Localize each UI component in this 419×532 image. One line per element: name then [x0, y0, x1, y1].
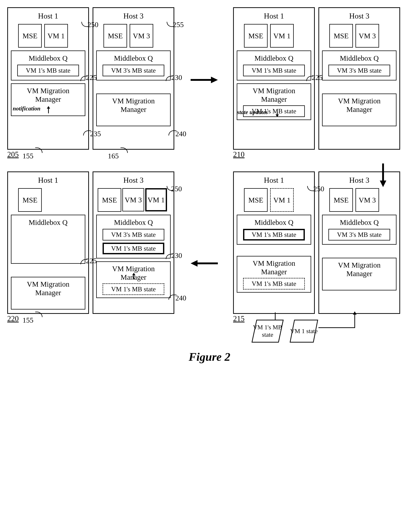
migration-h3-s220: VM Migration Manager VM 1's MB state	[96, 261, 171, 298]
leader-230-b	[166, 254, 173, 259]
host3-top-row-210: MSE VM 3	[329, 24, 396, 48]
middleboxQ-h3-s205: Middlebox Q VM 3's MB state 230	[96, 51, 171, 80]
vm3-mbstate-215: VM 3's MB state	[328, 229, 390, 240]
host3-s205: Host 3 MSE VM 3 255 Middlebox Q VM 3's M…	[92, 7, 174, 150]
mig-vm1-mbstate-210: VM 1's MB state	[243, 105, 305, 117]
host3-s210: Host 3 MSE VM 3 Middlebox Q VM 3's MB st…	[318, 7, 400, 150]
leader-165	[120, 147, 128, 153]
host1-s215: Host 1 MSE VM 1 250 Middlebox Q VM 1's M…	[233, 172, 315, 314]
migration-h1-s205: VM Migration Manager	[11, 83, 85, 116]
stage-label-210: 210	[233, 150, 245, 159]
host3-s220: Host 3 MSE VM 3 VM 1 250 Middlebox Q VM …	[92, 172, 174, 314]
middleboxQ-title-h3: Middlebox Q	[114, 54, 153, 63]
migration-title-h3-220: VM Migration Manager	[99, 265, 168, 281]
mse-box-210: MSE	[244, 24, 268, 48]
ref-240-b: 240	[175, 294, 186, 302]
vm1-box-215: VM 1	[270, 188, 294, 212]
leader-225-c	[80, 259, 88, 264]
stage-210: 210 Host 1 MSE VM 1 Middlebox Q VM 1's M…	[233, 7, 412, 150]
leader-225-a	[80, 76, 88, 81]
mse-box-220: MSE	[18, 188, 42, 212]
vm1-mbstate: VM 1's MB state	[17, 65, 79, 76]
stage-205: 205 Host 1 MSE VM 1 250 Middlebox Q VM 1…	[7, 7, 186, 150]
mig-vm1-mbstate-220: VM 1's MB state	[103, 283, 164, 295]
migration-title-210: VM Migration Manager	[239, 86, 309, 104]
leader-255	[167, 22, 174, 27]
leader-250-b	[167, 186, 173, 191]
vm1-box: VM 1	[44, 24, 68, 48]
middleboxQ-h1-s220: Middlebox Q 225	[11, 215, 85, 264]
leader-230-a	[166, 76, 173, 81]
host3-top-row-215: MSE VM 3	[329, 188, 396, 212]
middleboxQ-h3-s220: Middlebox Q VM 3's MB state VM 1's MB st…	[96, 215, 171, 258]
parallel-vm1state: VM 1 state	[289, 319, 318, 343]
vm3-box-215: VM 3	[355, 188, 379, 212]
svg-marker-15	[191, 260, 197, 267]
vm3-mbstate: VM 3's MB state	[103, 65, 164, 76]
host3-top-row: MSE VM 3 255	[104, 24, 171, 48]
ref-240-a: 240	[175, 130, 186, 138]
vm1-mbstate-210: VM 1's MB state	[243, 65, 305, 76]
leader-225-b	[306, 76, 314, 81]
arrow-205-to-210	[191, 74, 218, 85]
transfer-right-arrow	[318, 311, 369, 332]
vm3-box: VM 3	[130, 24, 153, 48]
leader-250-c	[307, 186, 314, 191]
host1-title-210: Host 1	[237, 12, 311, 20]
mse-box-h3-210: MSE	[329, 24, 353, 48]
stage-label-205: 205	[7, 150, 19, 159]
middleboxQ-h1-s215: Middlebox Q VM 1's MB state	[237, 215, 311, 245]
host1-top-row-215: MSE VM 1 250	[244, 188, 311, 212]
figure-title: Figure 2	[7, 350, 412, 364]
vm3-mbstate-220: VM 3's MB state	[103, 229, 164, 240]
parallel-mbstate-text: VM 1's MB state	[251, 324, 284, 339]
middleboxQ-title-h3-210: Middlebox Q	[340, 54, 379, 63]
leader-155-b	[35, 312, 42, 317]
middleboxQ-title-h3-220: Middlebox Q	[114, 218, 153, 227]
transfer-down-line	[275, 312, 275, 320]
host3-title-220: Host 3	[96, 176, 171, 185]
vm1-box-220: VM 1	[145, 188, 167, 212]
migration-h1-s210: VM Migration Manager VM 1's MB state	[237, 83, 311, 120]
mse-box-215: MSE	[244, 188, 268, 212]
host1-title: Host 1	[11, 12, 85, 20]
mse-box-h3-215: MSE	[329, 188, 353, 212]
vm3-box-220: VM 3	[122, 188, 144, 212]
host1-s205: Host 1 MSE VM 1 250 Middlebox Q VM 1's M…	[7, 7, 89, 150]
middleboxQ-h3-s210: Middlebox Q VM 3's MB state	[322, 51, 396, 80]
mse-box-h3-220: MSE	[98, 188, 121, 212]
migration-title: VM Migration Manager	[13, 86, 83, 104]
stage-grid: 205 Host 1 MSE VM 1 250 Middlebox Q VM 1…	[7, 7, 412, 314]
middleboxQ-title-220: Middlebox Q	[29, 218, 67, 227]
host1-s220: Host 1 MSE Middlebox Q 225 VM Migration …	[7, 172, 89, 314]
figure-root: 205 Host 1 MSE VM 1 250 Middlebox Q VM 1…	[7, 7, 412, 364]
svg-marker-9	[353, 311, 356, 315]
host1-title-215: Host 1	[237, 176, 311, 185]
stage-215: 215 Host 1 MSE VM 1 250 Middlebox Q VM 1…	[233, 172, 412, 314]
host3-top-row-220: MSE VM 3 VM 1 250	[98, 188, 171, 212]
middleboxQ-title-210: Middlebox Q	[255, 54, 293, 63]
stage-label-220: 220	[7, 314, 19, 323]
leader-240-a	[169, 130, 176, 135]
vm1-mbstate-215: VM 1's MB state	[243, 229, 305, 240]
vm1-mbstate-220: VM 1's MB state	[103, 243, 164, 254]
vm1-box-210: VM 1	[270, 24, 294, 48]
arrow-210-to-215	[378, 163, 389, 187]
parallel-vm1state-text: VM 1 state	[290, 328, 317, 335]
host1-title-220: Host 1	[11, 176, 85, 185]
ref-255: 255	[173, 20, 184, 29]
leader-155-a	[35, 147, 42, 153]
middleboxQ-h1-s210: Middlebox Q VM 1's MB state 225	[237, 51, 311, 80]
host1-top-row-220: MSE	[18, 188, 85, 212]
host3-title: Host 3	[96, 12, 171, 20]
svg-marker-13	[380, 181, 386, 187]
migration-title-h3-210: VM Migration Manager	[324, 97, 394, 114]
middleboxQ-h3-s215: Middlebox Q VM 3's MB state	[322, 215, 396, 245]
migration-title-h3: VM Migration Manager	[99, 97, 168, 114]
migration-h1-s220: VM Migration Manager	[11, 277, 85, 309]
leader-235	[83, 130, 91, 135]
parallel-mbstate: VM 1's MB state	[251, 319, 284, 343]
stage-label-215: 215	[233, 314, 245, 323]
migration-h3-s215: VM Migration Manager	[322, 258, 396, 291]
migration-h3-s205: VM Migration Manager	[96, 93, 171, 126]
